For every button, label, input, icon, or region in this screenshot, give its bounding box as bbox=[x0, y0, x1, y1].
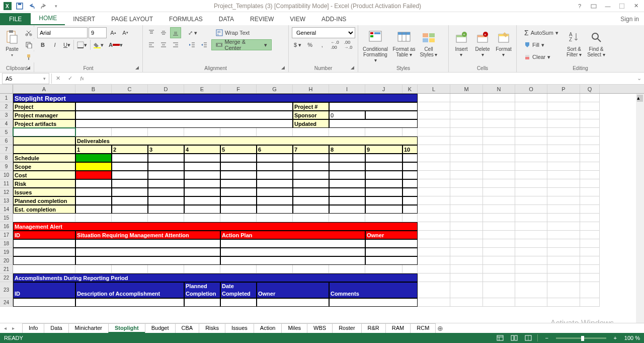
increase-indent-button[interactable] bbox=[198, 39, 209, 50]
cell[interactable] bbox=[220, 154, 257, 162]
cell[interactable] bbox=[580, 196, 600, 205]
delete-cells-button[interactable]: × Delete▾ bbox=[473, 27, 492, 59]
row-header-24[interactable]: 24 bbox=[0, 298, 13, 307]
cell[interactable] bbox=[13, 256, 75, 265]
wrap-text-button[interactable]: abcWrap Text bbox=[211, 27, 272, 38]
name-box[interactable]: A5▾ bbox=[2, 73, 49, 84]
cell[interactable] bbox=[515, 145, 547, 154]
cell[interactable] bbox=[483, 248, 515, 256]
cell[interactable] bbox=[365, 188, 403, 196]
cell[interactable] bbox=[75, 154, 112, 162]
cell[interactable]: Accomplishments During Reporting Period bbox=[13, 273, 418, 282]
tab-review[interactable]: REVIEW bbox=[242, 13, 282, 25]
cell[interactable]: Schedule bbox=[13, 154, 75, 162]
qat-customize[interactable]: ▾ bbox=[50, 1, 61, 11]
cell[interactable] bbox=[450, 248, 483, 256]
cell[interactable] bbox=[13, 248, 75, 256]
help-icon[interactable]: ? bbox=[574, 1, 586, 11]
sheet-tab-miles[interactable]: Miles bbox=[281, 323, 307, 333]
cell[interactable] bbox=[75, 256, 220, 265]
cell[interactable] bbox=[184, 196, 220, 205]
cell[interactable] bbox=[483, 145, 515, 154]
row-header-16[interactable]: 16 bbox=[0, 222, 13, 231]
cell[interactable] bbox=[580, 248, 600, 256]
insert-function-button[interactable]: fx bbox=[76, 73, 88, 84]
cell[interactable]: 8 bbox=[329, 145, 365, 154]
save-button[interactable] bbox=[14, 1, 25, 11]
row-header-19[interactable]: 19 bbox=[0, 248, 13, 256]
cell[interactable] bbox=[483, 239, 515, 248]
minimize-button[interactable]: — bbox=[602, 1, 614, 11]
select-all-corner[interactable] bbox=[0, 85, 13, 93]
cell[interactable] bbox=[75, 196, 112, 205]
add-sheet-button[interactable]: ⊕ bbox=[435, 324, 445, 332]
cell[interactable] bbox=[365, 171, 403, 179]
cell[interactable] bbox=[547, 282, 580, 298]
row-header-18[interactable]: 18 bbox=[0, 239, 13, 248]
cell[interactable] bbox=[403, 214, 418, 222]
page-layout-view-button[interactable] bbox=[509, 334, 519, 342]
cell[interactable] bbox=[75, 119, 293, 128]
cell[interactable] bbox=[329, 128, 365, 136]
cell[interactable]: 5 bbox=[220, 145, 257, 154]
cell[interactable] bbox=[483, 214, 515, 222]
cell[interactable]: Owner bbox=[365, 231, 418, 239]
decrease-indent-button[interactable] bbox=[186, 39, 197, 50]
cell[interactable]: Owner bbox=[257, 282, 329, 298]
zoom-in-button[interactable]: + bbox=[610, 334, 620, 342]
cell[interactable] bbox=[184, 162, 220, 171]
cell[interactable] bbox=[112, 214, 148, 222]
cell[interactable] bbox=[547, 162, 580, 171]
cell[interactable]: Risk bbox=[13, 179, 75, 188]
enter-formula-button[interactable]: ✓ bbox=[64, 73, 76, 84]
vertical-scrollbar[interactable]: ▴ bbox=[636, 94, 644, 323]
cell[interactable] bbox=[580, 119, 600, 128]
cell[interactable] bbox=[450, 136, 483, 145]
cell[interactable] bbox=[483, 265, 515, 273]
align-right-button[interactable] bbox=[170, 39, 181, 50]
row-header-20[interactable]: 20 bbox=[0, 256, 13, 265]
row-header-12[interactable]: 12 bbox=[0, 188, 13, 196]
cell[interactable] bbox=[220, 214, 257, 222]
tab-nav-prev[interactable]: ◂ bbox=[4, 325, 10, 331]
cell[interactable] bbox=[403, 128, 418, 136]
cell[interactable] bbox=[403, 205, 418, 214]
cell[interactable] bbox=[365, 162, 403, 171]
cell[interactable]: 9 bbox=[365, 145, 403, 154]
cell[interactable] bbox=[450, 265, 483, 273]
cell[interactable]: Project # bbox=[293, 102, 329, 111]
cell[interactable] bbox=[547, 196, 580, 205]
cell[interactable] bbox=[75, 102, 293, 111]
cell[interactable] bbox=[580, 136, 600, 145]
cell[interactable] bbox=[547, 111, 580, 119]
zoom-slider[interactable] bbox=[556, 337, 606, 339]
find-select-button[interactable]: Find & Select ▾ bbox=[586, 27, 606, 59]
cell[interactable] bbox=[13, 265, 75, 273]
increase-font-button[interactable]: A▴ bbox=[108, 27, 119, 38]
cell[interactable] bbox=[418, 273, 450, 282]
cell[interactable] bbox=[547, 248, 580, 256]
sheet-tab-stoplight[interactable]: Stoplight bbox=[108, 323, 145, 333]
row-header-1[interactable]: 1 bbox=[0, 94, 13, 102]
align-center-button[interactable] bbox=[158, 39, 169, 50]
fill-button[interactable]: Fill ▾ bbox=[520, 39, 562, 50]
cell[interactable] bbox=[75, 179, 112, 188]
cell[interactable] bbox=[580, 205, 600, 214]
col-header-F[interactable]: F bbox=[220, 85, 257, 93]
cell[interactable] bbox=[75, 111, 293, 119]
cell[interactable] bbox=[418, 205, 450, 214]
formula-input[interactable] bbox=[88, 73, 634, 84]
cell[interactable] bbox=[450, 214, 483, 222]
cell[interactable]: Project bbox=[13, 102, 75, 111]
cell[interactable] bbox=[75, 248, 220, 256]
cell[interactable] bbox=[148, 188, 184, 196]
cell[interactable] bbox=[547, 154, 580, 162]
col-header-K[interactable]: K bbox=[403, 85, 418, 93]
cell[interactable] bbox=[580, 111, 600, 119]
excel-icon[interactable]: X bbox=[2, 1, 13, 11]
row-header-10[interactable]: 10 bbox=[0, 171, 13, 179]
col-header-J[interactable]: J bbox=[365, 85, 403, 93]
cell[interactable] bbox=[515, 265, 547, 273]
cell[interactable] bbox=[257, 171, 293, 179]
cell[interactable] bbox=[75, 265, 112, 273]
